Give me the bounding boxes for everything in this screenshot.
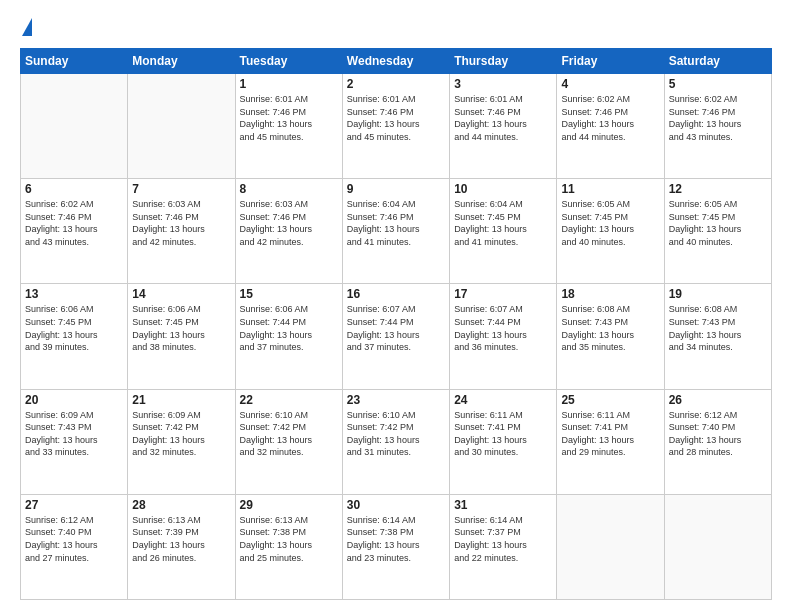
day-number: 24	[454, 393, 552, 407]
calendar-cell	[664, 494, 771, 599]
weekday-header-friday: Friday	[557, 49, 664, 74]
calendar-cell: 24Sunrise: 6:11 AM Sunset: 7:41 PM Dayli…	[450, 389, 557, 494]
calendar-cell: 28Sunrise: 6:13 AM Sunset: 7:39 PM Dayli…	[128, 494, 235, 599]
calendar-cell: 11Sunrise: 6:05 AM Sunset: 7:45 PM Dayli…	[557, 179, 664, 284]
calendar-cell	[21, 74, 128, 179]
day-number: 25	[561, 393, 659, 407]
day-number: 13	[25, 287, 123, 301]
day-number: 7	[132, 182, 230, 196]
day-info: Sunrise: 6:06 AM Sunset: 7:44 PM Dayligh…	[240, 303, 338, 353]
day-number: 11	[561, 182, 659, 196]
day-info: Sunrise: 6:03 AM Sunset: 7:46 PM Dayligh…	[240, 198, 338, 248]
calendar-cell: 21Sunrise: 6:09 AM Sunset: 7:42 PM Dayli…	[128, 389, 235, 494]
day-info: Sunrise: 6:12 AM Sunset: 7:40 PM Dayligh…	[25, 514, 123, 564]
day-number: 21	[132, 393, 230, 407]
calendar-cell: 5Sunrise: 6:02 AM Sunset: 7:46 PM Daylig…	[664, 74, 771, 179]
day-info: Sunrise: 6:13 AM Sunset: 7:38 PM Dayligh…	[240, 514, 338, 564]
weekday-header-monday: Monday	[128, 49, 235, 74]
day-info: Sunrise: 6:06 AM Sunset: 7:45 PM Dayligh…	[25, 303, 123, 353]
calendar-cell: 15Sunrise: 6:06 AM Sunset: 7:44 PM Dayli…	[235, 284, 342, 389]
weekday-header-wednesday: Wednesday	[342, 49, 449, 74]
logo-triangle-icon	[22, 18, 32, 36]
calendar-cell	[557, 494, 664, 599]
day-info: Sunrise: 6:12 AM Sunset: 7:40 PM Dayligh…	[669, 409, 767, 459]
calendar-cell: 22Sunrise: 6:10 AM Sunset: 7:42 PM Dayli…	[235, 389, 342, 494]
day-info: Sunrise: 6:09 AM Sunset: 7:42 PM Dayligh…	[132, 409, 230, 459]
day-number: 23	[347, 393, 445, 407]
day-number: 2	[347, 77, 445, 91]
calendar-cell: 9Sunrise: 6:04 AM Sunset: 7:46 PM Daylig…	[342, 179, 449, 284]
day-number: 14	[132, 287, 230, 301]
day-info: Sunrise: 6:02 AM Sunset: 7:46 PM Dayligh…	[25, 198, 123, 248]
header	[20, 18, 772, 38]
day-number: 22	[240, 393, 338, 407]
calendar-cell: 31Sunrise: 6:14 AM Sunset: 7:37 PM Dayli…	[450, 494, 557, 599]
day-number: 28	[132, 498, 230, 512]
day-number: 10	[454, 182, 552, 196]
day-number: 29	[240, 498, 338, 512]
weekday-header-tuesday: Tuesday	[235, 49, 342, 74]
day-number: 3	[454, 77, 552, 91]
day-number: 27	[25, 498, 123, 512]
calendar-cell: 18Sunrise: 6:08 AM Sunset: 7:43 PM Dayli…	[557, 284, 664, 389]
day-number: 17	[454, 287, 552, 301]
day-number: 26	[669, 393, 767, 407]
day-info: Sunrise: 6:01 AM Sunset: 7:46 PM Dayligh…	[240, 93, 338, 143]
weekday-header-saturday: Saturday	[664, 49, 771, 74]
day-info: Sunrise: 6:07 AM Sunset: 7:44 PM Dayligh…	[454, 303, 552, 353]
day-info: Sunrise: 6:10 AM Sunset: 7:42 PM Dayligh…	[347, 409, 445, 459]
calendar-cell: 27Sunrise: 6:12 AM Sunset: 7:40 PM Dayli…	[21, 494, 128, 599]
calendar-table: SundayMondayTuesdayWednesdayThursdayFrid…	[20, 48, 772, 600]
calendar-cell: 25Sunrise: 6:11 AM Sunset: 7:41 PM Dayli…	[557, 389, 664, 494]
calendar-cell: 26Sunrise: 6:12 AM Sunset: 7:40 PM Dayli…	[664, 389, 771, 494]
calendar-cell: 29Sunrise: 6:13 AM Sunset: 7:38 PM Dayli…	[235, 494, 342, 599]
day-info: Sunrise: 6:02 AM Sunset: 7:46 PM Dayligh…	[561, 93, 659, 143]
day-info: Sunrise: 6:14 AM Sunset: 7:37 PM Dayligh…	[454, 514, 552, 564]
day-number: 1	[240, 77, 338, 91]
calendar-cell: 20Sunrise: 6:09 AM Sunset: 7:43 PM Dayli…	[21, 389, 128, 494]
calendar-cell: 14Sunrise: 6:06 AM Sunset: 7:45 PM Dayli…	[128, 284, 235, 389]
day-number: 8	[240, 182, 338, 196]
day-info: Sunrise: 6:08 AM Sunset: 7:43 PM Dayligh…	[561, 303, 659, 353]
day-info: Sunrise: 6:05 AM Sunset: 7:45 PM Dayligh…	[669, 198, 767, 248]
calendar-cell: 30Sunrise: 6:14 AM Sunset: 7:38 PM Dayli…	[342, 494, 449, 599]
day-info: Sunrise: 6:13 AM Sunset: 7:39 PM Dayligh…	[132, 514, 230, 564]
day-number: 15	[240, 287, 338, 301]
day-info: Sunrise: 6:05 AM Sunset: 7:45 PM Dayligh…	[561, 198, 659, 248]
logo	[20, 18, 32, 38]
calendar-cell: 6Sunrise: 6:02 AM Sunset: 7:46 PM Daylig…	[21, 179, 128, 284]
day-number: 4	[561, 77, 659, 91]
day-number: 5	[669, 77, 767, 91]
calendar-cell: 23Sunrise: 6:10 AM Sunset: 7:42 PM Dayli…	[342, 389, 449, 494]
calendar-cell: 2Sunrise: 6:01 AM Sunset: 7:46 PM Daylig…	[342, 74, 449, 179]
calendar-cell: 10Sunrise: 6:04 AM Sunset: 7:45 PM Dayli…	[450, 179, 557, 284]
day-info: Sunrise: 6:14 AM Sunset: 7:38 PM Dayligh…	[347, 514, 445, 564]
day-info: Sunrise: 6:04 AM Sunset: 7:45 PM Dayligh…	[454, 198, 552, 248]
day-number: 18	[561, 287, 659, 301]
day-info: Sunrise: 6:07 AM Sunset: 7:44 PM Dayligh…	[347, 303, 445, 353]
calendar-cell: 12Sunrise: 6:05 AM Sunset: 7:45 PM Dayli…	[664, 179, 771, 284]
day-info: Sunrise: 6:04 AM Sunset: 7:46 PM Dayligh…	[347, 198, 445, 248]
calendar-cell: 4Sunrise: 6:02 AM Sunset: 7:46 PM Daylig…	[557, 74, 664, 179]
day-info: Sunrise: 6:02 AM Sunset: 7:46 PM Dayligh…	[669, 93, 767, 143]
day-number: 12	[669, 182, 767, 196]
calendar-cell: 19Sunrise: 6:08 AM Sunset: 7:43 PM Dayli…	[664, 284, 771, 389]
day-info: Sunrise: 6:11 AM Sunset: 7:41 PM Dayligh…	[454, 409, 552, 459]
day-number: 30	[347, 498, 445, 512]
calendar-cell: 1Sunrise: 6:01 AM Sunset: 7:46 PM Daylig…	[235, 74, 342, 179]
day-info: Sunrise: 6:11 AM Sunset: 7:41 PM Dayligh…	[561, 409, 659, 459]
calendar-cell: 7Sunrise: 6:03 AM Sunset: 7:46 PM Daylig…	[128, 179, 235, 284]
day-info: Sunrise: 6:09 AM Sunset: 7:43 PM Dayligh…	[25, 409, 123, 459]
weekday-header-thursday: Thursday	[450, 49, 557, 74]
calendar-cell: 8Sunrise: 6:03 AM Sunset: 7:46 PM Daylig…	[235, 179, 342, 284]
calendar-cell: 16Sunrise: 6:07 AM Sunset: 7:44 PM Dayli…	[342, 284, 449, 389]
calendar-cell: 17Sunrise: 6:07 AM Sunset: 7:44 PM Dayli…	[450, 284, 557, 389]
day-number: 31	[454, 498, 552, 512]
calendar-cell	[128, 74, 235, 179]
day-info: Sunrise: 6:03 AM Sunset: 7:46 PM Dayligh…	[132, 198, 230, 248]
day-number: 6	[25, 182, 123, 196]
calendar-cell: 3Sunrise: 6:01 AM Sunset: 7:46 PM Daylig…	[450, 74, 557, 179]
day-info: Sunrise: 6:01 AM Sunset: 7:46 PM Dayligh…	[454, 93, 552, 143]
day-info: Sunrise: 6:06 AM Sunset: 7:45 PM Dayligh…	[132, 303, 230, 353]
weekday-header-sunday: Sunday	[21, 49, 128, 74]
